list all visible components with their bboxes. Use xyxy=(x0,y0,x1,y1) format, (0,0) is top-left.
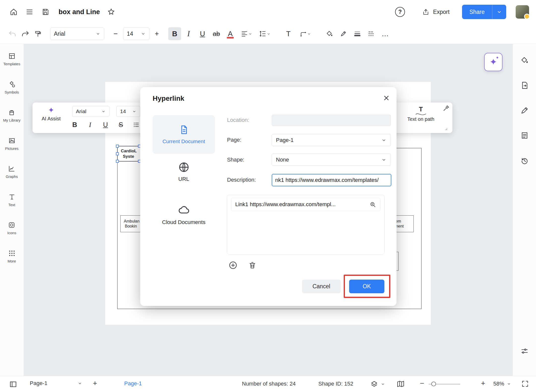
sidebar-item-pictures[interactable]: Pictures xyxy=(5,137,18,151)
sidebar-label: My Library xyxy=(3,118,20,123)
left-sidebar: Templates Symbols My Library Pictures Gr… xyxy=(0,44,24,376)
avatar[interactable] xyxy=(516,5,529,19)
font-color-button[interactable]: A xyxy=(224,27,237,40)
fill-color-button[interactable] xyxy=(323,27,336,40)
font-family-select[interactable]: Arial xyxy=(50,28,104,40)
favorite-button[interactable] xyxy=(104,5,118,19)
text-on-path-letter: T xyxy=(419,106,423,112)
location-label: Location: xyxy=(227,117,249,123)
style-panel-button[interactable] xyxy=(519,105,530,116)
cancel-button[interactable]: Cancel xyxy=(302,280,341,293)
icons-icon xyxy=(8,221,15,229)
float-bold-button[interactable]: B xyxy=(69,119,80,130)
font-size-increase-button[interactable]: + xyxy=(150,27,163,40)
zoom-level-select[interactable]: 58% xyxy=(493,381,511,387)
zoom-level-value: 58% xyxy=(493,381,504,387)
line-weight-button[interactable] xyxy=(351,27,364,40)
line-color-button[interactable] xyxy=(337,27,350,40)
zoom-out-button[interactable]: − xyxy=(420,379,424,388)
fullscreen-button[interactable] xyxy=(521,380,529,388)
share-dropdown[interactable] xyxy=(492,5,506,19)
page-tab[interactable]: Page-1 xyxy=(116,380,150,387)
zoom-slider-knob[interactable] xyxy=(431,382,436,386)
page-panel-button[interactable] xyxy=(9,380,17,389)
float-font-size-select[interactable]: 14 xyxy=(116,106,140,117)
source-cloud-documents[interactable]: Cloud Documents xyxy=(153,204,215,226)
page-selector-value: Page-1 xyxy=(30,380,47,387)
text-on-path-button[interactable]: T Text on path xyxy=(400,106,442,122)
link-list: Link1 https://www.edrawmax.com/templ... xyxy=(227,195,385,255)
description-input[interactable] xyxy=(272,174,391,186)
line-spacing-button[interactable] xyxy=(256,27,273,40)
ai-assist-button[interactable]: ✦ AI Assist xyxy=(37,106,65,122)
save-button[interactable] xyxy=(39,5,52,19)
selection-handle[interactable] xyxy=(116,160,119,163)
sidebar-item-my-library[interactable]: My Library xyxy=(3,109,20,123)
sidebar-item-symbols[interactable]: Symbols xyxy=(5,81,19,95)
link-list-item[interactable]: Link1 https://www.edrawmax.com/templ... xyxy=(231,198,380,211)
shape-select[interactable]: None xyxy=(272,154,391,166)
page-selector[interactable]: Page-1 xyxy=(30,380,82,387)
sidebar-item-text[interactable]: Text xyxy=(8,193,16,207)
font-size-decrease-button[interactable]: − xyxy=(109,27,122,40)
page-setup-panel-button[interactable] xyxy=(519,80,530,91)
more-tools-button[interactable]: … xyxy=(379,27,392,40)
redo-button[interactable] xyxy=(19,27,32,40)
pen-ruler-icon xyxy=(520,106,529,115)
sidebar-item-graphs[interactable]: Graphs xyxy=(6,165,18,179)
export-button[interactable]: Export xyxy=(416,5,455,19)
help-button[interactable]: ? xyxy=(393,5,407,19)
italic-button[interactable]: I xyxy=(182,27,195,40)
undo-button[interactable] xyxy=(6,27,19,40)
selection-handle[interactable] xyxy=(116,145,119,148)
layers-panel-button[interactable] xyxy=(519,346,530,357)
star-icon xyxy=(107,8,115,16)
sidebar-item-more[interactable]: More xyxy=(7,250,16,263)
sidebar-item-templates[interactable]: Templates xyxy=(3,52,20,66)
layers-icon xyxy=(370,380,378,388)
sidebar-item-icons[interactable]: Icons xyxy=(7,221,16,235)
menu-button[interactable] xyxy=(23,5,36,19)
float-underline-button[interactable]: U xyxy=(100,119,111,130)
bullet-list-icon xyxy=(133,121,140,128)
zoom-in-button[interactable]: + xyxy=(481,379,485,388)
text-tool-button[interactable]: T xyxy=(282,27,295,40)
add-page-button[interactable]: + xyxy=(93,379,97,388)
description-label: Description: xyxy=(227,177,256,183)
line-style-button[interactable] xyxy=(365,27,378,40)
chevron-down-icon xyxy=(141,31,146,36)
align-button[interactable] xyxy=(238,27,255,40)
export-label: Export xyxy=(433,9,449,15)
delete-link-button[interactable] xyxy=(247,260,257,270)
top-bar: box and Line ? Export Share xyxy=(0,0,536,24)
font-size-select[interactable]: 14 xyxy=(123,28,149,40)
share-button[interactable]: Share xyxy=(462,5,506,19)
fill-style-icon xyxy=(520,56,529,65)
pin-toolbar-button[interactable] xyxy=(442,104,450,112)
dialog-close-button[interactable] xyxy=(381,93,391,103)
preview-search-icon[interactable] xyxy=(369,201,376,208)
notes-panel-button[interactable] xyxy=(519,130,530,141)
selection-handle[interactable] xyxy=(116,152,119,155)
fill-style-panel-button[interactable] xyxy=(519,55,530,66)
ok-button[interactable]: OK xyxy=(349,280,384,293)
overview-map-button[interactable] xyxy=(397,380,405,388)
add-link-button[interactable] xyxy=(228,260,238,270)
float-font-family-select[interactable]: Arial xyxy=(72,106,109,117)
connector-button[interactable] xyxy=(296,27,315,40)
page-select[interactable]: Page-1 xyxy=(272,134,391,146)
ai-assistant-fab[interactable]: ✦ ✦ xyxy=(484,53,502,71)
home-button[interactable] xyxy=(7,5,20,19)
font-size-value: 14 xyxy=(127,31,133,37)
history-panel-button[interactable] xyxy=(519,155,530,166)
bold-button[interactable]: B xyxy=(168,27,181,40)
underline-button[interactable]: U xyxy=(196,27,209,40)
source-url[interactable]: URL xyxy=(153,162,215,182)
format-painter-button[interactable] xyxy=(32,27,45,40)
float-italic-button[interactable]: I xyxy=(85,119,96,130)
source-current-document[interactable]: Current Document xyxy=(153,115,215,154)
sidebar-label: Templates xyxy=(3,62,20,66)
layers-button[interactable] xyxy=(370,380,385,388)
strikethrough-button[interactable]: ab xyxy=(210,27,223,40)
float-strikethrough-button[interactable]: S xyxy=(115,119,126,130)
